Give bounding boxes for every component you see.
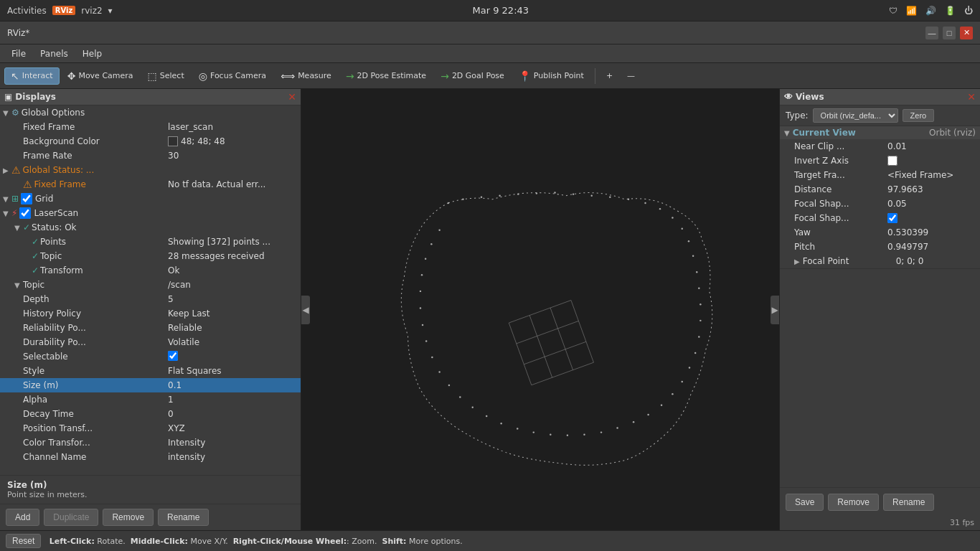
fixed-frame-item[interactable]: Fixed Frame laser_scan xyxy=(0,120,301,134)
viewport[interactable]: ◀ ▶ xyxy=(301,89,779,530)
alpha-label: Alpha xyxy=(23,395,168,405)
focal-point-prop[interactable]: ▶ Focal Point 0; 0; 0 xyxy=(780,254,980,268)
near-clip-value: 0.01 xyxy=(887,141,976,151)
grid-checkbox[interactable] xyxy=(21,193,32,204)
view-type-select[interactable]: Orbit (rviz_defa... xyxy=(813,108,898,123)
target-frame-prop[interactable]: Target Fra... <Fixed Frame> xyxy=(780,168,980,182)
remove-view-button[interactable]: Remove xyxy=(828,494,879,511)
points-item[interactable]: ✓ Points Showing [372] points ... xyxy=(0,235,301,249)
topic-section-value: /scan xyxy=(168,280,298,290)
laser-icon: ⚡ xyxy=(11,208,17,218)
toolbar: ↖ Interact ✥ Move Camera ⬚ Select ◎ Focu… xyxy=(0,63,980,89)
menu-help[interactable]: Help xyxy=(77,47,108,60)
color-transform-item[interactable]: Color Transfor... Intensity xyxy=(0,435,301,450)
rename-view-button[interactable]: Rename xyxy=(883,494,934,511)
laserscan-status-item[interactable]: ▼ ✓ Status: Ok xyxy=(0,220,301,235)
style-item[interactable]: Style Flat Squares xyxy=(0,364,301,378)
grid-icon: ⊞ xyxy=(11,194,19,204)
background-color-item[interactable]: Background Color 48; 48; 48 xyxy=(0,134,301,149)
background-color-value: 48; 48; 48 xyxy=(168,136,298,147)
views-close-button[interactable]: ✕ xyxy=(967,91,976,103)
topic-status-label: Topic xyxy=(40,251,168,261)
frame-rate-item[interactable]: Frame Rate 30 xyxy=(0,149,301,163)
channel-name-item[interactable]: Channel Name intensity xyxy=(0,450,301,464)
svg-point-40 xyxy=(517,428,518,429)
transform-item[interactable]: ✓ Transform Ok xyxy=(0,263,301,278)
yaw-value: 0.530399 xyxy=(887,227,976,237)
move-camera-label: Move Camera xyxy=(78,71,133,80)
focal-shape2-checkbox[interactable] xyxy=(887,213,897,223)
history-policy-item[interactable]: History Policy Keep Last xyxy=(0,306,301,321)
close-button[interactable]: ✕ xyxy=(960,27,973,39)
left-collapse-handle[interactable]: ◀ xyxy=(301,296,310,324)
global-status-item[interactable]: ▶ ⚠ Global Status: ... xyxy=(0,163,301,177)
svg-point-30 xyxy=(672,393,673,395)
reset-button[interactable]: Reset xyxy=(6,534,41,548)
remove-display-button[interactable]: Remove xyxy=(103,509,154,526)
selectable-checkbox[interactable] xyxy=(168,351,178,361)
svg-point-9 xyxy=(517,193,519,194)
topic-section-item[interactable]: ▼ Topic /scan xyxy=(0,278,301,292)
reliability-item[interactable]: Reliability Po... Reliable xyxy=(0,321,301,335)
yaw-prop[interactable]: Yaw 0.530399 xyxy=(780,225,980,240)
focal-shape2-prop[interactable]: Focal Shap... xyxy=(780,211,980,225)
position-transform-item[interactable]: Position Transf... XYZ xyxy=(0,421,301,435)
right-collapse-handle[interactable]: ▶ xyxy=(771,296,779,324)
add-display-button[interactable]: Add xyxy=(6,509,39,526)
tool-remove[interactable]: — xyxy=(621,68,641,83)
invert-z-checkbox[interactable] xyxy=(887,156,897,166)
tool-focus-camera[interactable]: ◎ Focus Camera xyxy=(192,67,273,85)
maximize-button[interactable]: □ xyxy=(943,27,956,39)
reliability-value: Reliable xyxy=(168,323,298,333)
alpha-value: 1 xyxy=(168,395,298,405)
distance-prop[interactable]: Distance 97.9663 xyxy=(780,182,980,197)
fixed-frame-status-item[interactable]: ⚠ Fixed Frame No tf data. Actual err... xyxy=(0,177,301,192)
selectable-item[interactable]: Selectable xyxy=(0,349,301,364)
laserscan-item[interactable]: ▼ ⚡ LaserScan xyxy=(0,206,301,220)
size-item[interactable]: Size (m) 0.1 xyxy=(0,378,301,392)
alpha-item[interactable]: Alpha 1 xyxy=(0,392,301,407)
laserscan-checkbox[interactable] xyxy=(19,207,31,219)
save-view-button[interactable]: Save xyxy=(786,494,824,511)
invert-z-prop[interactable]: Invert Z Axis xyxy=(780,154,980,168)
current-view-name: Current View xyxy=(793,128,856,138)
pitch-prop[interactable]: Pitch 0.949797 xyxy=(780,240,980,254)
focal-shape1-prop[interactable]: Focal Shap... 0.05 xyxy=(780,197,980,211)
topic-status-item[interactable]: ✓ Topic 28 messages received xyxy=(0,249,301,263)
hint-text: Left-Click: Rotate. Middle-Click: Move X… xyxy=(50,537,463,546)
decay-time-label: Decay Time xyxy=(23,409,168,419)
tool-2d-pose[interactable]: → 2D Pose Estimate xyxy=(339,67,433,85)
dropdown-icon[interactable]: ▾ xyxy=(108,6,113,16)
tool-measure[interactable]: ⟺ Measure xyxy=(274,67,338,85)
global-options-item[interactable]: ▼ ⚙ Global Options xyxy=(0,105,301,120)
tool-add[interactable]: + xyxy=(600,68,619,83)
duplicate-display-button[interactable]: Duplicate xyxy=(44,509,98,526)
position-transform-value: XYZ xyxy=(168,423,298,433)
zero-button[interactable]: Zero xyxy=(903,109,935,122)
grid-item[interactable]: ▼ ⊞ Grid xyxy=(0,192,301,206)
menu-panels[interactable]: Panels xyxy=(34,47,74,60)
tool-2d-goal[interactable]: → 2D Goal Pose xyxy=(434,67,511,85)
near-clip-prop[interactable]: Near Clip ... 0.01 xyxy=(780,139,980,154)
tool-select[interactable]: ⬚ Select xyxy=(141,67,191,85)
activities-label[interactable]: Activities xyxy=(7,6,47,16)
durability-item[interactable]: Durability Po... Volatile xyxy=(0,335,301,349)
rename-display-button[interactable]: Rename xyxy=(158,509,209,526)
depth-item[interactable]: Depth 5 xyxy=(0,292,301,306)
tool-publish-point[interactable]: 📍 Publish Point xyxy=(512,67,590,85)
displays-tree[interactable]: ▼ ⚙ Global Options Fixed Frame laser_sca… xyxy=(0,105,301,475)
background-color-swatch[interactable] xyxy=(168,136,178,146)
menu-file[interactable]: File xyxy=(6,47,32,60)
tool-interact[interactable]: ↖ Interact xyxy=(4,67,60,85)
topic-ok-icon: ✓ xyxy=(32,251,39,261)
decay-time-item[interactable]: Decay Time 0 xyxy=(0,407,301,421)
description-box: Size (m) Point size in meters. xyxy=(0,475,301,504)
main-content: ▣ Displays ✕ ▼ ⚙ Global Options xyxy=(0,89,980,530)
minimize-button[interactable]: — xyxy=(925,27,938,39)
current-view-header[interactable]: ▼ Current View Orbit (rviz) xyxy=(780,126,980,139)
grid-arrow: ▼ xyxy=(3,195,11,203)
svg-point-33 xyxy=(633,421,634,423)
tool-move-camera[interactable]: ✥ Move Camera xyxy=(61,67,140,85)
displays-close-button[interactable]: ✕ xyxy=(288,91,296,103)
svg-point-42 xyxy=(486,415,487,417)
